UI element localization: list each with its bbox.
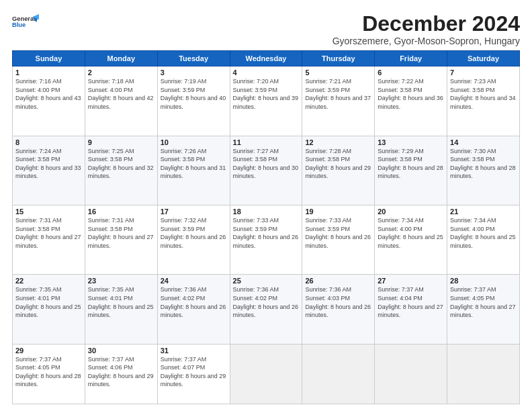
calendar-day-cell: 21 Sunrise: 7:34 AMSunset: 4:00 PMDaylig… bbox=[447, 205, 520, 274]
calendar-day-cell bbox=[447, 344, 520, 404]
day-number: 20 bbox=[378, 208, 444, 216]
day-info: Sunrise: 7:34 AMSunset: 4:00 PMDaylight:… bbox=[378, 217, 443, 249]
logo-icon: General Blue bbox=[12, 12, 39, 31]
calendar-day-cell: 8 Sunrise: 7:24 AMSunset: 3:58 PMDayligh… bbox=[13, 136, 85, 205]
day-number: 17 bbox=[161, 208, 227, 216]
day-info: Sunrise: 7:35 AMSunset: 4:01 PMDaylight:… bbox=[15, 286, 81, 318]
calendar-day-cell: 7 Sunrise: 7:23 AMSunset: 3:58 PMDayligh… bbox=[447, 66, 520, 136]
day-info: Sunrise: 7:20 AMSunset: 3:59 PMDaylight:… bbox=[233, 78, 299, 110]
header: General Blue December 2024 Gyorszemere, … bbox=[12, 12, 520, 46]
day-info: Sunrise: 7:37 AMSunset: 4:07 PMDaylight:… bbox=[161, 356, 226, 388]
day-number: 6 bbox=[378, 68, 444, 77]
calendar-day-cell: 1 Sunrise: 7:16 AMSunset: 4:00 PMDayligh… bbox=[13, 66, 85, 136]
day-number: 3 bbox=[161, 68, 227, 77]
day-info: Sunrise: 7:18 AMSunset: 4:00 PMDaylight:… bbox=[88, 78, 154, 110]
day-of-week-header: Monday bbox=[85, 51, 157, 66]
day-number: 29 bbox=[15, 347, 82, 355]
calendar-day-cell: 18 Sunrise: 7:33 AMSunset: 3:59 PMDaylig… bbox=[230, 205, 302, 274]
day-info: Sunrise: 7:29 AMSunset: 3:58 PMDaylight:… bbox=[378, 148, 443, 180]
calendar-week-row: 29 Sunrise: 7:37 AMSunset: 4:05 PMDaylig… bbox=[13, 344, 520, 404]
calendar-week-row: 22 Sunrise: 7:35 AMSunset: 4:01 PMDaylig… bbox=[13, 275, 520, 344]
calendar-day-cell bbox=[375, 344, 447, 404]
day-number: 15 bbox=[15, 208, 82, 216]
day-number: 27 bbox=[378, 277, 444, 285]
calendar-day-cell: 28 Sunrise: 7:37 AMSunset: 4:05 PMDaylig… bbox=[447, 275, 520, 344]
svg-text:Blue: Blue bbox=[12, 21, 26, 28]
day-info: Sunrise: 7:22 AMSunset: 3:58 PMDaylight:… bbox=[378, 78, 443, 110]
day-of-week-header: Wednesday bbox=[230, 51, 302, 66]
day-of-week-header: Friday bbox=[375, 51, 447, 66]
calendar-subtitle: Gyorszemere, Gyor-Moson-Sopron, Hungary bbox=[332, 36, 520, 46]
day-number: 2 bbox=[88, 68, 154, 77]
day-info: Sunrise: 7:27 AMSunset: 3:58 PMDaylight:… bbox=[233, 148, 299, 180]
day-number: 5 bbox=[305, 68, 371, 77]
calendar-day-cell: 12 Sunrise: 7:28 AMSunset: 3:58 PMDaylig… bbox=[302, 136, 375, 205]
day-info: Sunrise: 7:19 AMSunset: 3:59 PMDaylight:… bbox=[161, 78, 226, 110]
calendar-day-cell: 13 Sunrise: 7:29 AMSunset: 3:58 PMDaylig… bbox=[375, 136, 447, 205]
calendar-day-cell: 6 Sunrise: 7:22 AMSunset: 3:58 PMDayligh… bbox=[375, 66, 447, 136]
calendar-day-cell: 27 Sunrise: 7:37 AMSunset: 4:04 PMDaylig… bbox=[375, 275, 447, 344]
day-number: 11 bbox=[233, 138, 300, 146]
calendar-day-cell: 26 Sunrise: 7:36 AMSunset: 4:03 PMDaylig… bbox=[302, 275, 375, 344]
calendar-header-row: SundayMondayTuesdayWednesdayThursdayFrid… bbox=[13, 51, 520, 66]
day-number: 24 bbox=[161, 277, 227, 285]
day-number: 1 bbox=[15, 68, 82, 77]
day-of-week-header: Tuesday bbox=[157, 51, 230, 66]
calendar-week-row: 1 Sunrise: 7:16 AMSunset: 4:00 PMDayligh… bbox=[13, 66, 520, 136]
day-of-week-header: Sunday bbox=[13, 51, 85, 66]
day-info: Sunrise: 7:32 AMSunset: 3:59 PMDaylight:… bbox=[161, 217, 226, 249]
day-info: Sunrise: 7:33 AMSunset: 3:59 PMDaylight:… bbox=[305, 217, 371, 249]
day-info: Sunrise: 7:21 AMSunset: 3:59 PMDaylight:… bbox=[305, 78, 371, 110]
day-number: 18 bbox=[233, 208, 300, 216]
day-info: Sunrise: 7:23 AMSunset: 3:58 PMDaylight:… bbox=[450, 78, 516, 110]
day-number: 25 bbox=[233, 277, 300, 285]
day-info: Sunrise: 7:37 AMSunset: 4:04 PMDaylight:… bbox=[378, 286, 443, 318]
calendar-day-cell: 22 Sunrise: 7:35 AMSunset: 4:01 PMDaylig… bbox=[13, 275, 85, 344]
day-number: 21 bbox=[450, 208, 517, 216]
calendar-day-cell: 9 Sunrise: 7:25 AMSunset: 3:58 PMDayligh… bbox=[85, 136, 157, 205]
day-number: 22 bbox=[15, 277, 82, 285]
day-info: Sunrise: 7:37 AMSunset: 4:05 PMDaylight:… bbox=[15, 356, 81, 388]
day-info: Sunrise: 7:31 AMSunset: 3:58 PMDaylight:… bbox=[88, 217, 154, 249]
day-number: 9 bbox=[88, 138, 154, 146]
day-info: Sunrise: 7:30 AMSunset: 3:58 PMDaylight:… bbox=[450, 148, 516, 180]
day-of-week-header: Thursday bbox=[302, 51, 375, 66]
calendar-day-cell: 15 Sunrise: 7:31 AMSunset: 3:58 PMDaylig… bbox=[13, 205, 85, 274]
day-info: Sunrise: 7:37 AMSunset: 4:06 PMDaylight:… bbox=[88, 356, 154, 388]
calendar-day-cell: 31 Sunrise: 7:37 AMSunset: 4:07 PMDaylig… bbox=[157, 344, 230, 404]
svg-text:General: General bbox=[12, 15, 36, 22]
calendar-day-cell: 17 Sunrise: 7:32 AMSunset: 3:59 PMDaylig… bbox=[157, 205, 230, 274]
day-number: 19 bbox=[305, 208, 371, 216]
day-of-week-header: Saturday bbox=[447, 51, 520, 66]
day-number: 7 bbox=[450, 68, 517, 77]
calendar-day-cell: 14 Sunrise: 7:30 AMSunset: 3:58 PMDaylig… bbox=[447, 136, 520, 205]
day-info: Sunrise: 7:26 AMSunset: 3:58 PMDaylight:… bbox=[161, 148, 226, 180]
day-number: 8 bbox=[15, 138, 82, 146]
day-info: Sunrise: 7:36 AMSunset: 4:03 PMDaylight:… bbox=[305, 286, 371, 318]
day-number: 26 bbox=[305, 277, 371, 285]
calendar-week-row: 8 Sunrise: 7:24 AMSunset: 3:58 PMDayligh… bbox=[13, 136, 520, 205]
day-info: Sunrise: 7:16 AMSunset: 4:00 PMDaylight:… bbox=[15, 78, 81, 110]
calendar-day-cell bbox=[230, 344, 302, 404]
calendar-day-cell: 16 Sunrise: 7:31 AMSunset: 3:58 PMDaylig… bbox=[85, 205, 157, 274]
page: General Blue December 2024 Gyorszemere, … bbox=[0, 0, 532, 411]
day-info: Sunrise: 7:36 AMSunset: 4:02 PMDaylight:… bbox=[233, 286, 299, 318]
calendar-day-cell: 25 Sunrise: 7:36 AMSunset: 4:02 PMDaylig… bbox=[230, 275, 302, 344]
day-info: Sunrise: 7:31 AMSunset: 3:58 PMDaylight:… bbox=[15, 217, 81, 249]
calendar-table: SundayMondayTuesdayWednesdayThursdayFrid… bbox=[12, 50, 520, 404]
calendar-day-cell: 30 Sunrise: 7:37 AMSunset: 4:06 PMDaylig… bbox=[85, 344, 157, 404]
calendar-day-cell: 3 Sunrise: 7:19 AMSunset: 3:59 PMDayligh… bbox=[157, 66, 230, 136]
calendar-day-cell: 20 Sunrise: 7:34 AMSunset: 4:00 PMDaylig… bbox=[375, 205, 447, 274]
calendar-day-cell bbox=[302, 344, 375, 404]
day-info: Sunrise: 7:36 AMSunset: 4:02 PMDaylight:… bbox=[161, 286, 226, 318]
day-number: 4 bbox=[233, 68, 300, 77]
calendar-day-cell: 24 Sunrise: 7:36 AMSunset: 4:02 PMDaylig… bbox=[157, 275, 230, 344]
day-number: 30 bbox=[88, 347, 154, 355]
calendar-week-row: 15 Sunrise: 7:31 AMSunset: 3:58 PMDaylig… bbox=[13, 205, 520, 274]
day-info: Sunrise: 7:24 AMSunset: 3:58 PMDaylight:… bbox=[15, 148, 81, 180]
calendar-day-cell: 5 Sunrise: 7:21 AMSunset: 3:59 PMDayligh… bbox=[302, 66, 375, 136]
day-info: Sunrise: 7:34 AMSunset: 4:00 PMDaylight:… bbox=[450, 217, 516, 249]
calendar-day-cell: 23 Sunrise: 7:35 AMSunset: 4:01 PMDaylig… bbox=[85, 275, 157, 344]
logo: General Blue bbox=[12, 12, 39, 31]
day-info: Sunrise: 7:35 AMSunset: 4:01 PMDaylight:… bbox=[88, 286, 154, 318]
